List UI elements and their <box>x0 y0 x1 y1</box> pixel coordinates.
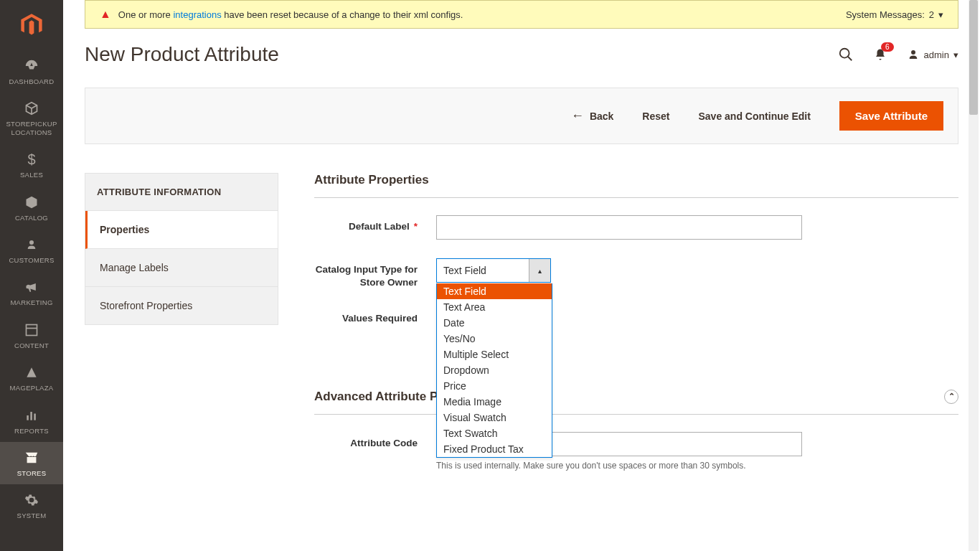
gear-icon <box>24 491 39 509</box>
notification-badge: 6 <box>881 42 894 52</box>
svg-point-5 <box>839 49 849 58</box>
section-attribute-properties: Attribute Properties <box>314 173 958 198</box>
scrollbar[interactable] <box>969 0 979 518</box>
svg-rect-4 <box>34 413 36 420</box>
save-continue-button[interactable]: Save and Continue Edit <box>699 110 811 122</box>
system-messages-toggle[interactable]: System Messages: 2 ▾ <box>846 9 943 20</box>
sidebar-item-system[interactable]: SYSTEM <box>0 484 63 517</box>
system-message-text: One or more integrations have been reset… <box>118 9 463 20</box>
option-date[interactable]: Date <box>437 315 552 331</box>
select-input-type-value: Text Field <box>437 265 529 276</box>
sidebar-item-customers[interactable]: CUSTOMERS <box>0 229 63 271</box>
option-multiple-select[interactable]: Multiple Select <box>437 347 552 362</box>
warning-icon: ▲ <box>100 8 111 21</box>
tabs-heading: ATTRIBUTE INFORMATION <box>85 174 278 211</box>
collapse-toggle[interactable]: ⌃ <box>944 390 958 404</box>
option-yes-no[interactable]: Yes/No <box>437 331 552 347</box>
label-input-type: Catalog Input Type for Store Owner <box>314 258 436 288</box>
reset-button[interactable]: Reset <box>642 110 669 122</box>
row-default-label: Default Label* <box>314 215 958 240</box>
sidebar-item-catalog[interactable]: CATALOG <box>0 187 63 229</box>
sidebar-item-label: CUSTOMERS <box>9 256 54 264</box>
admin-account-dropdown[interactable]: admin ▾ <box>907 48 958 61</box>
svg-rect-3 <box>30 412 32 420</box>
option-text-area[interactable]: Text Area <box>437 299 552 315</box>
row-values-required: Values Required <box>314 307 958 325</box>
svg-line-6 <box>847 57 852 61</box>
page-header: New Product Attribute 6 admin ▾ <box>85 43 958 66</box>
tab-properties[interactable]: Properties <box>85 211 278 249</box>
option-visual-swatch[interactable]: Visual Swatch <box>437 410 552 425</box>
back-button[interactable]: Back <box>571 108 613 123</box>
form-panel: Attribute Properties Default Label* Cata… <box>314 173 958 489</box>
sidebar-item-marketing[interactable]: MARKETING <box>0 271 63 314</box>
sidebar-item-mageplaza[interactable]: MAGEPLAZA <box>0 357 63 399</box>
person-icon <box>25 236 38 253</box>
option-text-swatch[interactable]: Text Swatch <box>437 425 552 441</box>
integrations-link[interactable]: integrations <box>173 9 221 20</box>
sidebar-item-label: CATALOG <box>15 214 48 222</box>
action-toolbar: Back Reset Save and Continue Edit Save A… <box>85 88 958 144</box>
sidebar-item-reports[interactable]: REPORTS <box>0 400 63 442</box>
tab-manage-labels[interactable]: Manage Labels <box>85 249 278 287</box>
dashboard-icon <box>24 57 39 75</box>
help-attribute-code: This is used internally. Make sure you d… <box>436 461 802 471</box>
sidebar-item-label: STOREPICKUP LOCATIONS <box>3 120 60 136</box>
option-price[interactable]: Price <box>437 378 552 394</box>
sidebar-item-content[interactable]: CONTENT <box>0 314 63 357</box>
row-input-type: Catalog Input Type for Store Owner Text … <box>314 258 958 288</box>
admin-sidebar: DASHBOARD STOREPICKUP LOCATIONS $ SALES … <box>0 0 63 518</box>
sidebar-item-stores[interactable]: STORES <box>0 442 63 484</box>
bars-icon <box>24 407 39 424</box>
sidebar-item-label: MARKETING <box>10 298 52 306</box>
sidebar-item-storepickup[interactable]: STOREPICKUP LOCATIONS <box>0 93 63 143</box>
select-input-type[interactable]: Text Field ▴ Text Field Text Area Date Y… <box>436 258 551 283</box>
search-icon[interactable] <box>838 47 854 62</box>
plugin-icon <box>24 364 39 381</box>
svg-rect-2 <box>27 415 29 420</box>
sidebar-item-label: SALES <box>20 171 43 179</box>
system-message-bar: ▲ One or more integrations have been res… <box>85 0 958 29</box>
dollar-icon: $ <box>27 151 35 168</box>
main-content: ▲ One or more integrations have been res… <box>63 0 980 518</box>
layout-icon <box>24 321 39 339</box>
chevron-down-icon: ▾ <box>953 50 958 60</box>
sidebar-item-label: CONTENT <box>14 342 49 349</box>
section-advanced-properties: Advanced Attribute Properties ⌃ <box>314 390 958 415</box>
sidebar-item-label: DASHBOARD <box>9 77 55 85</box>
sidebar-item-dashboard[interactable]: DASHBOARD <box>0 50 63 93</box>
scrollbar-thumb[interactable] <box>969 0 978 115</box>
page-title: New Product Attribute <box>85 43 279 66</box>
option-media-image[interactable]: Media Image <box>437 394 552 410</box>
chevron-down-icon: ▾ <box>938 9 943 20</box>
option-dropdown[interactable]: Dropdown <box>437 362 552 378</box>
sidebar-item-label: REPORTS <box>14 427 49 435</box>
header-actions: 6 admin ▾ <box>838 47 958 62</box>
megaphone-icon <box>24 278 39 296</box>
label-attribute-code: Attribute Code <box>314 432 436 450</box>
label-default-label: Default Label* <box>314 215 436 233</box>
sidebar-item-label: STORES <box>17 469 47 477</box>
magento-logo[interactable] <box>0 0 63 50</box>
admin-username: admin <box>924 50 949 60</box>
content-columns: ATTRIBUTE INFORMATION Properties Manage … <box>85 173 958 489</box>
attribute-tabs: ATTRIBUTE INFORMATION Properties Manage … <box>85 173 278 325</box>
save-attribute-button[interactable]: Save Attribute <box>839 101 943 131</box>
cube-icon <box>24 194 39 211</box>
chevron-up-icon: ▴ <box>529 259 550 282</box>
sidebar-item-label: MAGEPLAZA <box>10 384 54 392</box>
sidebar-item-sales[interactable]: $ SALES <box>0 143 63 186</box>
input-type-dropdown: Text Field Text Area Date Yes/No Multipl… <box>436 283 552 458</box>
input-default-label[interactable] <box>436 215 802 240</box>
box-icon <box>24 100 39 117</box>
required-asterisk: * <box>414 221 418 232</box>
store-icon <box>24 449 39 466</box>
sidebar-item-label: SYSTEM <box>17 512 47 517</box>
row-attribute-code: Attribute Code This is used internally. … <box>314 432 958 471</box>
notifications-button[interactable]: 6 <box>874 48 887 61</box>
option-fixed-product-tax[interactable]: Fixed Product Tax <box>437 441 552 457</box>
label-values-required: Values Required <box>314 307 436 325</box>
option-text-field[interactable]: Text Field <box>437 283 552 299</box>
svg-rect-0 <box>27 324 37 335</box>
tab-storefront-properties[interactable]: Storefront Properties <box>85 287 278 324</box>
